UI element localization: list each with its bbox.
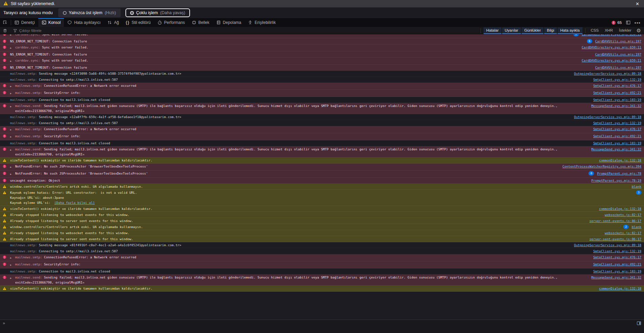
filter-button-günlükler[interactable]: Günlükler (522, 27, 543, 34)
source-link[interactable]: commonDialog.js:132:18 (599, 206, 641, 211)
console-row-error[interactable]: NS_ERROR_NET_TIMEOUT: Connection failure… (0, 65, 644, 71)
learn-more-link[interactable]: [Daha fazla bilgi al] (54, 201, 95, 205)
tab-erişilebilirlik[interactable]: Erişilebilirlik (244, 18, 279, 27)
meatball-menu-icon[interactable]: ••• (635, 20, 641, 25)
sidebar-toggle-icon[interactable] (637, 321, 641, 326)
filter-button-bilgi[interactable]: Bilgi (544, 27, 557, 34)
console-row-warn[interactable]: Already stopped listening to websocket e… (0, 230, 644, 236)
expand-arrow-icon[interactable]: ▶ (10, 171, 15, 177)
console-row-error[interactable]: ▶mailnews.smtp: ConnectionRefusedError: … (0, 126, 644, 133)
source-link[interactable]: SmtpClient.sys.mjs:183:19 (593, 141, 641, 146)
console-row-log[interactable]: mailnews.smtp: Sending message <12a8f7fb… (0, 114, 644, 120)
source-link[interactable]: CardDAVDirectory.sys.mjs:659:11 (582, 45, 641, 50)
close-icon[interactable]: ✕ (634, 1, 641, 6)
console-row-log[interactable]: mailnews.smtp: Sending message <81f4916f… (0, 242, 644, 248)
source-link[interactable]: server-sent-events.js:86:17 (590, 236, 641, 242)
source-link[interactable]: OutgoingServerService.sys.mjs:89:18 (574, 114, 641, 119)
source-link[interactable]: CardDAVDirectory.sys.mjs:659:11 (582, 34, 641, 37)
console-row-error[interactable]: ▶NotFoundError: No such JSProcessActor '… (0, 171, 644, 178)
console-row-log[interactable]: mailnews.smtp: Connecting to smtp://mail… (0, 120, 644, 126)
expand-arrow-icon[interactable]: ▶ (10, 126, 15, 133)
tab-hata-ayıklayıcı[interactable]: Hata ayıklayıcı (64, 18, 104, 27)
expand-arrow-icon[interactable]: ▶ (10, 262, 15, 268)
console-row-log[interactable]: mailnews.smtp: Connection to mail3.inliv… (0, 140, 644, 146)
expand-arrow-icon[interactable]: ▶ (10, 34, 15, 38)
tab-stil-editörü[interactable]: {}Stil editörü (122, 18, 154, 27)
console-row-warn[interactable]: Already stopped listening to server sent… (0, 218, 644, 224)
source-link[interactable]: SmtpClient.sys.mjs:183:19 (593, 269, 641, 274)
console-row-log[interactable]: mailnews.smtp: Connecting to smtp://mail… (0, 77, 644, 83)
expand-arrow-icon[interactable]: ▶ (10, 275, 15, 281)
console-row-error[interactable]: ▶mailnews.smtp: ConnectionRefusedError: … (0, 83, 644, 90)
source-link[interactable]: MessageSend.sys.mjs:341:32 (591, 275, 641, 280)
source-link[interactable]: blank (632, 184, 641, 189)
tab-ağ[interactable]: Ağ (104, 18, 122, 27)
console-row-log[interactable]: mailnews.smtp: Sending message <124f3098… (0, 71, 644, 77)
expand-arrow-icon[interactable]: ▶ (10, 147, 15, 153)
tab-depolama[interactable]: Depolama (213, 18, 245, 27)
console-row-error[interactable]: ▶mailnews.send: Sending failed; mail3.in… (0, 146, 644, 157)
filter-button-hata-ayıkla[interactable]: Hata ayıkla (558, 27, 582, 34)
console-row-error[interactable]: ▶carddav.sync: Sync with server failed.C… (0, 58, 644, 65)
source-link[interactable]: SmtpClient.sys.mjs:183:19 (593, 97, 641, 102)
source-link[interactable]: PromptParent.sys.mjs:78:19 (591, 178, 641, 183)
expand-arrow-icon[interactable]: ▶ (10, 134, 15, 140)
source-link[interactable]: blank (632, 224, 641, 229)
filter-button-css[interactable]: CSS (588, 27, 602, 34)
tab-konsol[interactable]: Konsol (38, 18, 64, 27)
filter-settings-gear-icon[interactable]: ⚙ (637, 28, 641, 33)
console-row-error[interactable]: ▶mailnews.smtp: SecurityError info:SmtpC… (0, 133, 644, 140)
console-row-log[interactable]: mailnews.smtp: Connection to mail3.inliv… (0, 97, 644, 103)
source-link[interactable]: SmtpClient.sys.mjs:476:17 (593, 126, 641, 132)
source-link[interactable]: websockets.js:82:17 (605, 212, 641, 217)
source-link[interactable]: commonDialog.js:132:18 (599, 286, 641, 291)
source-link[interactable]: ContentProcessWatcherRegistry.sys.mjs:39… (563, 164, 642, 169)
console-output[interactable]: ▶carddav.sync: Sync with server failed.6… (0, 34, 644, 320)
source-link[interactable]: CardDAVUtils.sys.mjs:197 (595, 39, 641, 44)
source-link[interactable]: SmtpClient.sys.mjs:476:17 (593, 255, 641, 260)
console-row-warn[interactable]: Already stopped listening to server sent… (0, 236, 644, 242)
expand-arrow-icon[interactable]: ▶ (10, 83, 15, 89)
clear-console-button[interactable] (0, 29, 10, 33)
filter-button-hatalar[interactable]: Hatalar (484, 27, 501, 34)
split-toolbox-icon[interactable] (626, 20, 631, 25)
source-link[interactable]: server-sent-events.js:86:17 (590, 218, 641, 223)
expand-arrow-icon[interactable]: ▶ (10, 90, 15, 96)
source-link[interactable]: MessageSend.sys.mjs:341:32 (591, 147, 641, 152)
source-link[interactable]: SmtpClient.sys.mjs:492:21 (593, 90, 641, 95)
expand-arrow-icon[interactable]: ▶ (10, 58, 15, 64)
source-link[interactable]: SmtpClient.sys.mjs:132:19 (593, 249, 641, 254)
console-row-error[interactable]: ▶carddav.sync: Sync with server failed.6… (0, 34, 644, 38)
console-row-log[interactable]: mailnews.smtp: Connection to mail3.inliv… (0, 268, 644, 274)
console-row-warn[interactable]: window.controllers/Controllers artık esk… (0, 224, 644, 230)
source-link[interactable]: SmtpClient.sys.mjs:132:19 (593, 77, 641, 82)
source-link[interactable]: SmtpClient.sys.mjs:492:21 (593, 134, 641, 139)
console-row-error[interactable]: NS_ERROR_NET_TIMEOUT: Connection failure… (0, 51, 644, 58)
console-row-error[interactable]: ▶carddav.sync: Sync with server failed.C… (0, 44, 644, 51)
console-row-error[interactable]: ▶mailnews.smtp: SecurityError info:SmtpC… (0, 90, 644, 97)
tab-bellek[interactable]: Bellek (188, 18, 213, 27)
expand-arrow-icon[interactable]: ▶ (10, 103, 15, 109)
console-row-error[interactable]: uncaught exception: ObjectPromptParent.s… (0, 178, 644, 184)
source-link[interactable]: CardDAVDirectory.sys.mjs:659:11 (582, 58, 641, 63)
source-link[interactable]: CardDAVUtils.sys.mjs:197 (595, 52, 641, 57)
expand-arrow-icon[interactable]: ▶ (10, 164, 15, 170)
filter-button-i-stekler[interactable]: İstekler (616, 27, 634, 34)
source-link[interactable]: CardDAVUtils.sys.mjs:197 (595, 65, 641, 70)
expand-arrow-icon[interactable]: ▶ (10, 255, 15, 261)
source-link[interactable]: MessageSend.sys.mjs:341:32 (591, 103, 641, 108)
console-row-warn[interactable]: sizeToContent() eskimiştir ve ileride ta… (0, 157, 644, 163)
console-row-warn[interactable]: Already stopped listening to websocket e… (0, 212, 644, 218)
source-link[interactable]: OutgoingServerService.sys.mjs:89:18 (574, 243, 641, 248)
mode-option-multiprocess[interactable]: Çoklu işlem(Daha yavaş) (125, 8, 190, 17)
source-link[interactable]: websockets.js:82:17 (605, 230, 641, 235)
console-row-error[interactable]: ▶mailnews.send: Sending failed; mail3.in… (0, 103, 644, 114)
source-link[interactable]: SmtpClient.sys.mjs:476:17 (593, 83, 641, 88)
source-link[interactable]: OutgoingServerService.sys.mjs:89:18 (574, 71, 641, 76)
console-row-error[interactable]: ▶mailnews.send: Sending failed; mail3.in… (0, 274, 644, 286)
source-link[interactable]: PromptParent.sys.mjs:78 (597, 171, 641, 176)
filter-input[interactable]: Çıktıyı filtrele (10, 29, 41, 33)
filter-button-uyarılar[interactable]: Uyarılar (502, 27, 521, 34)
mode-option-parent-process[interactable]: Yalnızca üst işlem(Hızlı) (58, 8, 121, 17)
filter-button-xhr[interactable]: XHR (602, 27, 615, 34)
